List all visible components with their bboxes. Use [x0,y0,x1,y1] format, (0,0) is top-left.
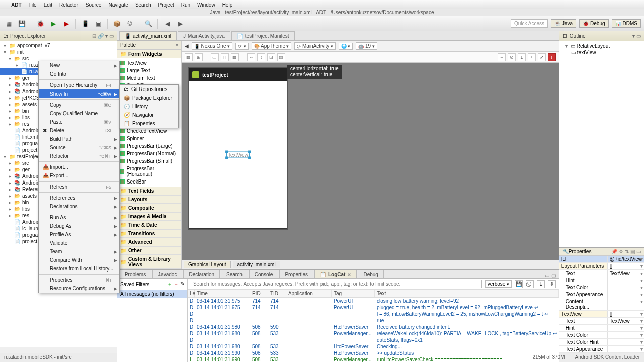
device-combo[interactable]: 📱 Nexus One ▾ [192,42,232,50]
bottom-tab-debug[interactable]: Debug [358,270,383,278]
tool-snap[interactable]: ⊞ [195,53,203,61]
tool-g[interactable]: ▤ [277,53,285,61]
ctx-copy[interactable]: Copy⌘C [39,101,119,109]
perspective-debug[interactable]: 🐞Debug [579,19,608,28]
outline-menu-icon[interactable]: ▾ [632,33,635,39]
tab-graphical-layout[interactable]: Graphical Layout [184,261,231,268]
menu-window[interactable]: Window [197,2,215,8]
forward-button[interactable]: ▶ [175,18,186,29]
prop-row[interactable]: Id@+id/textView▾ [559,256,644,263]
menu-project[interactable]: Project [158,2,174,8]
ctx-open-type-hierarchy[interactable]: Open Type HierarchyF4 [39,81,119,89]
min-icon[interactable]: ▭ [545,273,549,278]
palette-medium-text[interactable]: Medium Text [117,74,181,82]
prop-row[interactable]: Text Color▾ [559,332,644,339]
zoom-real-icon[interactable]: ⤢ [538,53,546,61]
palette-section[interactable]: 📁Time & Date [117,221,181,229]
avd-button[interactable]: ▣ [93,18,104,29]
debug-button[interactable]: 🐞 [35,18,46,29]
prop-row[interactable]: Content Descripti...▾ [559,298,644,311]
back-button[interactable]: ◀ [162,18,173,29]
palette-section[interactable]: 📁Advanced [117,238,181,246]
tree-node[interactable]: ▾📁appcompat_v7 [0,42,117,49]
palette-section-form-widgets[interactable]: Form Widgets [128,51,162,57]
palette-section[interactable]: 📁Text Fields [117,187,181,195]
cat-icon[interactable]: ▤ [630,249,635,254]
save-button[interactable]: 💾 [16,18,27,29]
run-ext-button[interactable]: ▶ [61,18,72,29]
tab-manifest[interactable]: 📄testProject Manifest [231,31,295,40]
app-name[interactable]: ADT [11,2,22,8]
run-button[interactable]: ▶ [48,18,59,29]
ctx-resource-configurations[interactable]: Resource Configurations▶ [39,284,119,293]
collapse-all-icon[interactable]: ⊟ [92,33,96,39]
menu-run[interactable]: Run [181,2,190,8]
link-editor-icon[interactable]: 🔗 [98,33,104,39]
bottom-tab-properties[interactable]: Properties [279,270,313,278]
ctx-restore-from-local-history-[interactable]: Restore from Local History... [39,264,119,273]
showin-navigator[interactable]: 🧭Navigator [120,111,178,119]
showin-history[interactable]: 🕘History [120,102,178,111]
clear-log-icon[interactable]: ⃠ [526,280,534,288]
palette-section[interactable]: 📁Images & Media [117,212,181,221]
log-row[interactable]: D03-14 14:01:31.980508533HtcPowerSaverCh… [188,343,559,350]
showin-package-explorer[interactable]: 📦Package Explorer [120,94,178,102]
palette-menu-icon[interactable]: ▾ [176,42,178,48]
theme-combo[interactable]: 🎨 AppTheme ▾ [252,42,292,50]
prop-row[interactable]: Hint▾ [559,325,644,332]
ctx-references[interactable]: References▶ [39,194,119,202]
ctx-run-as[interactable]: Run As▶ [39,213,119,222]
logcat-search-input[interactable] [191,280,482,288]
edit-filter-icon[interactable]: ✎ [180,281,184,288]
bottom-tab-declaration[interactable]: Declaration [183,270,220,278]
palette-progressbar-large-[interactable]: ProgressBar (Large) [117,142,181,150]
back-design-icon[interactable]: ◀ [185,43,189,49]
bottom-tab-problems[interactable]: Problems [119,270,151,278]
properties-grid[interactable]: Id@+id/textView▾Layout Parameters[]▾Text… [559,256,644,353]
palette-seekbar[interactable]: SeekBar [117,178,181,186]
ctx-go-into[interactable]: Go Into [39,70,119,78]
filter-icon[interactable]: ⚙ [619,249,623,254]
prop-row[interactable]: TextTextView▾ [559,270,644,277]
tool-grid[interactable]: ▦ [185,53,193,61]
ctx-compare-with[interactable]: Compare With▶ [39,256,119,264]
tool-f[interactable]: ⊡ [267,53,275,61]
context-submenu-showin[interactable]: 🗂Git Repositories📦Package Explorer🕘Histo… [119,84,179,128]
log-row[interactable]: DdateStats, flags=0x1 [188,337,559,343]
zoom-fit-icon[interactable]: ⊙ [508,53,516,61]
menu-refactor[interactable]: Refactor [59,2,78,8]
min-icon[interactable]: ▭ [636,249,641,254]
ctx-show-in[interactable]: Show In⌥⌘W▶ [39,89,119,98]
minimize-icon[interactable]: ▭ [109,33,114,39]
orientation-combo[interactable]: ⟳ ▾ [235,43,249,50]
menu-source[interactable]: Source [86,2,102,8]
menu-navigate[interactable]: Navigate [108,2,128,8]
palette-progressbar-normal-[interactable]: ProgressBar (Normal) [117,150,181,157]
log-row[interactable]: Dl = 86, mLowBatteryWarningLevel2 = 25, … [188,311,559,317]
pin-icon[interactable]: 📌 [611,249,617,254]
api-combo[interactable]: 🤖 19 ▾ [356,42,377,50]
outline-tree[interactable]: ▾▭RelativeLayout ▭textView [559,41,644,57]
textview-widget[interactable]: TextView [226,152,250,158]
showin-properties[interactable]: 📋Properties [120,119,178,128]
prop-row[interactable]: Text Color▾ [559,284,644,291]
ctx-refactor[interactable]: Refactor⌥⌘T▶ [39,152,119,160]
tab-xml-source[interactable]: activity_main.xml [233,261,280,268]
tool-b[interactable]: ▯ [221,53,229,61]
sort-icon[interactable]: ⇅ [625,249,629,254]
palette-progressbar-horizontal-[interactable]: ProgressBar (Horizontal) [117,165,181,178]
log-row[interactable]: D03-14 14:01:31.975714714PowerUIplugged … [188,304,559,311]
add-filter-icon[interactable]: ＋ [167,281,172,288]
max-icon[interactable]: ▢ [551,273,556,278]
prop-row[interactable]: Text Color Hint▾ [559,339,644,346]
log-row[interactable]: I03-14 14:01:31.990508533PowerManager...… [188,356,559,362]
prop-row[interactable]: Text Appearance▾ [559,346,644,353]
bottom-tab-logcat[interactable]: 📋LogCat✕ [314,270,357,278]
zoom-100-icon[interactable]: 1 [518,53,526,61]
menu-edit[interactable]: Edit [44,2,52,8]
new-package-button[interactable]: 📦 [111,18,122,29]
ctx-import-[interactable]: 📥Import... [39,163,119,171]
lint-error-icon[interactable]: ! [548,53,556,61]
tree-node[interactable]: ▾📁init [0,49,117,55]
save-log-icon[interactable]: 💾 [515,280,523,288]
